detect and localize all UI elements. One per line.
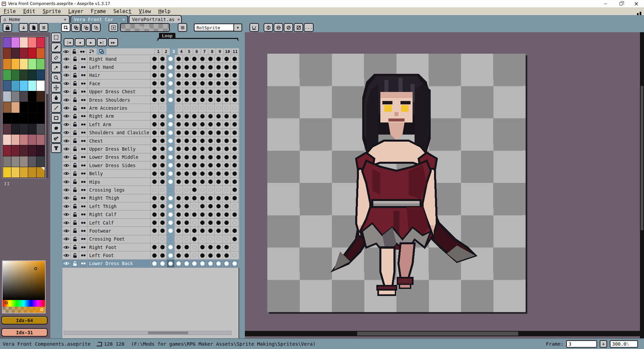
cel[interactable] — [223, 227, 231, 235]
cel[interactable] — [175, 96, 183, 104]
layer-lock-icon[interactable] — [71, 219, 79, 227]
last-frame-button[interactable]: ▶▶ — [108, 38, 118, 46]
palette-color[interactable] — [20, 135, 28, 145]
cel[interactable] — [159, 202, 167, 210]
cel[interactable] — [183, 202, 191, 210]
cel[interactable] — [215, 251, 223, 259]
cel[interactable] — [183, 145, 191, 153]
layer-name[interactable]: Upper Dress Belly — [88, 145, 151, 153]
palette-color[interactable] — [11, 135, 19, 145]
layer-lock-icon[interactable] — [71, 186, 79, 194]
continuous-column-icon[interactable] — [78, 48, 87, 55]
layer-name[interactable]: Right Arm — [88, 112, 151, 120]
cel[interactable] — [151, 153, 159, 161]
cel[interactable] — [175, 80, 183, 87]
layer-visibility-icon[interactable] — [62, 137, 71, 145]
cel[interactable] — [231, 63, 239, 71]
cel[interactable] — [231, 104, 239, 112]
cel[interactable] — [231, 219, 239, 227]
layer-visibility-icon[interactable] — [62, 129, 71, 137]
cel[interactable] — [223, 251, 231, 259]
layer-continuous-icon[interactable] — [79, 120, 88, 128]
layer-row[interactable]: Chest — [62, 137, 239, 145]
palette-color[interactable] — [37, 81, 45, 91]
cel[interactable] — [175, 235, 183, 243]
cel[interactable] — [215, 129, 223, 137]
cel[interactable] — [231, 80, 239, 87]
cel[interactable] — [223, 145, 231, 153]
cel[interactable] — [151, 243, 159, 251]
palette-color[interactable] — [37, 59, 45, 69]
cel[interactable] — [207, 112, 215, 120]
palette-color[interactable] — [37, 48, 45, 58]
cel[interactable] — [223, 71, 231, 79]
lock-column-icon[interactable] — [70, 48, 78, 55]
cel[interactable] — [191, 96, 199, 104]
cel[interactable] — [199, 178, 207, 186]
layer-name[interactable]: Left Calf — [88, 219, 151, 227]
cel[interactable] — [167, 178, 175, 186]
cel[interactable] — [223, 243, 231, 251]
cel[interactable] — [167, 145, 175, 153]
paint-bucket-tool[interactable] — [51, 93, 61, 103]
cel[interactable] — [191, 194, 199, 202]
cel[interactable] — [191, 161, 199, 169]
palette-color[interactable] — [28, 102, 36, 112]
cel[interactable] — [183, 219, 191, 227]
layer-visibility-icon[interactable] — [62, 88, 71, 96]
frame-header-5[interactable]: 5 — [185, 48, 193, 55]
cel[interactable] — [215, 137, 223, 145]
palette-color[interactable] — [28, 167, 36, 178]
cel[interactable] — [223, 63, 231, 71]
cel[interactable] — [175, 194, 183, 202]
palette-color[interactable] — [20, 113, 28, 123]
frame-input[interactable]: 3 — [566, 340, 597, 348]
palette-color[interactable] — [20, 156, 28, 167]
layer-name[interactable]: Crossing Feet — [88, 235, 151, 243]
cel[interactable] — [167, 80, 175, 87]
layer-continuous-icon[interactable] — [79, 80, 88, 87]
cel[interactable] — [199, 71, 207, 79]
palette-color[interactable] — [3, 167, 11, 178]
cel[interactable] — [215, 210, 223, 218]
layer-name[interactable]: Hips — [88, 178, 151, 186]
first-frame-button[interactable]: |◀ — [64, 38, 74, 46]
layer-continuous-icon[interactable] — [79, 243, 88, 251]
cel[interactable] — [207, 145, 215, 153]
palette-color[interactable] — [11, 102, 19, 112]
layer-visibility-icon[interactable] — [62, 210, 71, 218]
cel[interactable] — [167, 55, 175, 63]
eyedropper-tool[interactable] — [51, 63, 61, 72]
cel[interactable] — [223, 112, 231, 120]
layer-name[interactable]: Face — [88, 80, 151, 87]
palette-color[interactable] — [28, 81, 36, 91]
cel[interactable] — [199, 104, 207, 112]
layer-lock-icon[interactable] — [71, 243, 79, 251]
cel[interactable] — [175, 63, 183, 71]
cel[interactable] — [215, 178, 223, 186]
cel[interactable] — [191, 219, 199, 227]
cel[interactable] — [231, 88, 239, 96]
palette-color[interactable] — [20, 102, 28, 112]
layer-row[interactable]: Upper Dress Chest — [62, 88, 239, 96]
cel[interactable] — [231, 112, 239, 120]
layer-name[interactable]: Right Hand — [88, 55, 151, 63]
cel[interactable] — [207, 235, 215, 243]
palette-color[interactable] — [28, 145, 36, 156]
cel[interactable] — [159, 153, 167, 161]
layer-name[interactable]: Right Calf — [88, 210, 151, 218]
layer-continuous-icon[interactable] — [79, 194, 88, 202]
tab-home[interactable]: ⌂Home× — [0, 15, 70, 23]
cel[interactable] — [151, 186, 159, 194]
layer-visibility-icon[interactable] — [62, 227, 71, 235]
layer-visibility-icon[interactable] — [62, 153, 71, 161]
palette-color[interactable] — [3, 81, 11, 91]
cel[interactable] — [151, 104, 159, 112]
palette-color[interactable] — [37, 91, 45, 102]
cel[interactable] — [159, 63, 167, 71]
cel[interactable] — [167, 137, 175, 145]
color-picker[interactable] — [2, 260, 46, 313]
symmetry-button[interactable] — [264, 23, 273, 32]
onion-skin-icon[interactable] — [87, 48, 97, 55]
cel[interactable] — [159, 227, 167, 235]
